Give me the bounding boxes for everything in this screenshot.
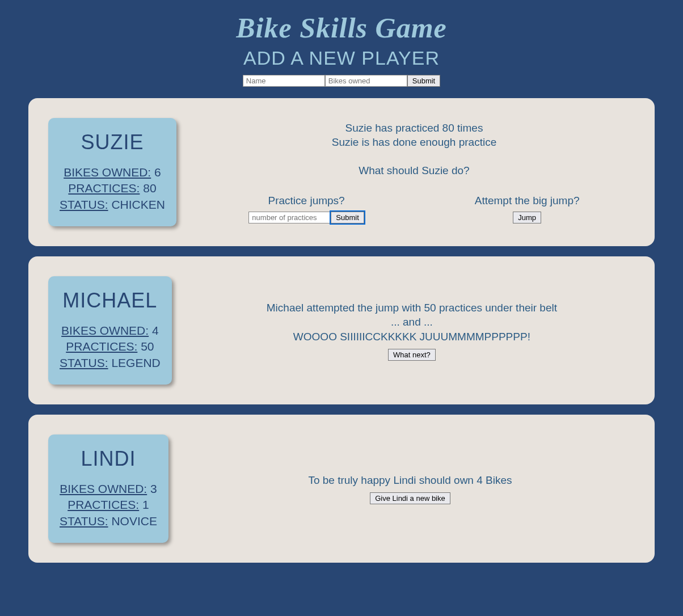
submit-button[interactable]: Submit [407, 75, 440, 87]
stat-label: STATUS: [60, 514, 108, 528]
player-card-suzie: SUZIE BIKES OWNED: 6 PRACTICES: 80 STATU… [28, 98, 655, 246]
text-line: ... and ... [189, 315, 635, 330]
stat-value: 1 [142, 498, 149, 511]
jump-action: Attempt the big jump? Jump [475, 195, 580, 223]
player-stat-status: STATUS: NOVICE [60, 513, 157, 529]
stat-value: 4 [152, 324, 159, 337]
stat-value: CHICKEN [111, 198, 165, 211]
content-text: Suzie has practiced 80 times Suzie is ha… [193, 121, 635, 178]
text-line: WOOOO SIIIIIICCKKKKK JUUUMMMMPPPPPP! [189, 330, 635, 344]
player-stat-practices: PRACTICES: 1 [60, 497, 157, 513]
player-stat-bikes: BIKES OWNED: 4 [60, 323, 161, 339]
player-badge: SUZIE BIKES OWNED: 6 PRACTICES: 80 STATU… [48, 118, 176, 226]
action-title: Practice jumps? [248, 195, 364, 207]
player-name: MICHAEL [60, 289, 161, 313]
player-stat-status: STATUS: CHICKEN [60, 197, 165, 213]
player-stat-bikes: BIKES OWNED: 6 [60, 164, 165, 180]
stat-label: PRACTICES: [68, 498, 139, 511]
stat-label: PRACTICES: [66, 340, 137, 353]
text-line: What should Suzie do? [193, 163, 635, 178]
action-title: Attempt the big jump? [475, 195, 580, 207]
stat-label: STATUS: [60, 198, 108, 211]
text-line: To be truly happy Lindi should own 4 Bik… [185, 473, 635, 488]
content-text: To be truly happy Lindi should own 4 Bik… [185, 473, 635, 488]
player-badge: MICHAEL BIKES OWNED: 4 PRACTICES: 50 STA… [48, 276, 172, 385]
stat-value: NOVICE [111, 514, 157, 528]
stat-label: STATUS: [60, 356, 108, 369]
player-stat-practices: PRACTICES: 80 [60, 180, 165, 196]
jump-button[interactable]: Jump [513, 212, 541, 223]
player-content: Michael attempted the jump with 50 pract… [189, 301, 635, 361]
player-content: To be truly happy Lindi should own 4 Bik… [185, 473, 635, 504]
player-badge: LINDI BIKES OWNED: 3 PRACTICES: 1 STATUS… [48, 434, 168, 543]
text-line: Suzie has practiced 80 times [193, 121, 635, 136]
player-name: LINDI [60, 447, 157, 471]
content-text: Michael attempted the jump with 50 pract… [189, 301, 635, 344]
text-line: Suzie is has done enough practice [193, 135, 635, 150]
what-next-button[interactable]: What next? [388, 349, 436, 361]
stat-value: 3 [150, 482, 157, 495]
actions-row: Practice jumps? Submit Attempt the big j… [193, 195, 635, 223]
stat-label: PRACTICES: [68, 182, 140, 195]
add-player-form: Submit [28, 75, 655, 87]
player-card-michael: MICHAEL BIKES OWNED: 4 PRACTICES: 50 STA… [28, 256, 655, 404]
player-card-lindi: LINDI BIKES OWNED: 3 PRACTICES: 1 STATUS… [28, 415, 655, 563]
stat-value: LEGEND [111, 356, 160, 369]
give-bike-button[interactable]: Give Lindi a new bike [370, 492, 450, 504]
page-subtitle: ADD A NEW PLAYER [28, 47, 655, 69]
stat-value: 6 [154, 166, 161, 179]
player-stat-status: STATUS: LEGEND [60, 355, 161, 371]
practice-action: Practice jumps? Submit [248, 195, 364, 223]
text-line: Michael attempted the jump with 50 pract… [189, 301, 635, 315]
stat-value: 80 [143, 182, 156, 195]
stat-value: 50 [141, 340, 154, 353]
name-input[interactable] [243, 75, 325, 87]
stat-label: BIKES OWNED: [60, 482, 147, 495]
stat-label: BIKES OWNED: [64, 166, 151, 179]
header: Bike Skills Game ADD A NEW PLAYER Submit [28, 11, 655, 87]
bikes-owned-input[interactable] [325, 75, 407, 87]
practice-count-input[interactable] [248, 212, 331, 223]
player-stat-bikes: BIKES OWNED: 3 [60, 481, 157, 497]
player-stat-practices: PRACTICES: 50 [60, 339, 161, 355]
player-name: SUZIE [60, 130, 165, 154]
page-title: Bike Skills Game [28, 11, 655, 44]
practice-submit-button[interactable]: Submit [331, 212, 364, 223]
player-content: Suzie has practiced 80 times Suzie is ha… [193, 121, 635, 224]
stat-label: BIKES OWNED: [61, 324, 149, 337]
